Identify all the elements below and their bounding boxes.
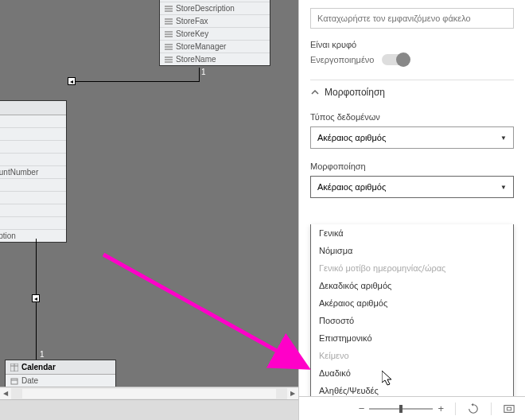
table-row: ductDescription [0,230,66,242]
cardinality-label: 1 [40,350,45,359]
field-icon [165,5,173,13]
table-row: d Name [0,115,66,128]
model-canvas[interactable]: Status StoreDescription StoreFax StoreKe… [0,0,298,420]
app-root: Status StoreDescription StoreFax StoreKe… [0,0,525,420]
field-icon [165,30,173,38]
scroll-track[interactable] [22,389,276,399]
chevron-down-icon: ▼ [500,134,507,142]
datatype-label: Τύπος δεδομένων [310,112,514,122]
dropdown-item[interactable]: Γενικά [311,224,513,242]
format-value: Ακέραιος αριθμός [317,182,386,192]
svg-rect-4 [165,8,173,10]
format-dropdown[interactable]: Γενικά Νόμισμα Γενικό μοτίβο ημερομηνίας… [310,224,514,396]
zoom-slider[interactable]: − + [359,402,444,414]
formatting-section-header[interactable]: Μορφοποίηση [310,80,514,104]
field-icon [165,18,173,25]
svg-rect-5 [165,10,173,12]
slider-track[interactable] [369,408,433,410]
dropdown-item: Κείμενο [311,347,513,364]
reset-zoom-icon[interactable] [467,402,480,415]
format-label: Μορφοποίηση [310,161,514,171]
hidden-toggle[interactable] [382,54,409,65]
table-title: Calendar [21,363,56,371]
hidden-toggle-row: Ενεργοποιημένο [310,54,514,65]
svg-rect-23 [504,405,514,412]
calendar-icon [10,377,18,385]
table-icon [10,364,18,371]
dropdown-item[interactable]: Ποσοστό [311,312,513,329]
table-header[interactable]: Calendar [6,360,115,375]
dropdown-item: Γενικό μοτίβο ημερομηνίας/ώρας [311,259,513,277]
table-row: tomerAccountNumber [0,166,66,179]
hidden-label: Είναι κρυφό [310,40,514,49]
svg-rect-17 [165,61,173,63]
dropdown-item[interactable]: Δυαδικό [311,364,513,382]
svg-rect-16 [165,59,173,60]
table-calendar[interactable]: Calendar Date [5,360,116,387]
svg-rect-7 [165,21,173,22]
hidden-state-text: Ενεργοποιημένο [310,55,374,64]
dropdown-item[interactable]: Αληθές/Ψευδές [311,382,513,396]
horizontal-scrollbar[interactable]: ◀ ▶ [0,387,298,399]
table-row: r [0,141,66,154]
zoom-out-icon[interactable]: − [359,402,365,414]
relationship-arrow-icon: ◂ [32,294,40,302]
table-row: erDate [0,204,66,217]
dropdown-item[interactable]: Επιστημονικό [311,329,513,347]
svg-rect-24 [507,407,511,410]
table-header[interactable] [0,101,66,115]
format-select[interactable]: Ακέραιος αριθμός ▼ [310,176,514,198]
table-row: intry [0,154,66,166]
slider-thumb[interactable] [399,405,402,413]
svg-rect-12 [165,44,173,45]
fit-to-screen-icon[interactable] [503,402,515,415]
table-row: StoreManager [160,41,270,53]
scroll-right-icon[interactable]: ▶ [287,388,298,399]
display-folder-input[interactable] [310,8,514,29]
table-row: Date [6,375,115,387]
separator [491,402,492,415]
svg-rect-14 [165,49,173,50]
dropdown-item[interactable]: Ακέραιος αριθμός [311,294,513,312]
table-row: StoreDescription [160,2,270,15]
table-product[interactable]: d Name gory r intry tomerAccountNumber i… [0,100,67,243]
cardinality-label: 1 [201,68,206,76]
properties-panel: Είναι κρυφό Ενεργοποιημένο Μορφοποίηση Τ… [298,0,525,420]
svg-rect-9 [165,31,173,33]
table-row: gory [0,128,66,141]
dropdown-item[interactable]: Νόμισμα [311,242,513,259]
svg-rect-8 [165,23,173,25]
datatype-select[interactable]: Ακέραιος αριθμός ▼ [310,126,514,149]
field-icon [165,56,173,64]
table-store[interactable]: Status StoreDescription StoreFax StoreKe… [159,0,270,66]
svg-rect-15 [165,56,173,58]
canvas-footer-strip [0,399,298,420]
svg-rect-13 [165,46,173,48]
chevron-down-icon: ▼ [500,184,507,191]
panel-body: Είναι κρυφό Ενεργοποιημένο Μορφοποίηση Τ… [299,0,525,396]
svg-rect-11 [165,36,173,37]
datatype-value: Ακέραιος αριθμός [317,133,386,142]
svg-rect-21 [11,379,18,384]
table-row: StoreName [160,53,270,65]
table-row: ufacturer [0,192,66,204]
section-title: Μορφοποίηση [325,87,385,98]
field-icon [165,43,173,51]
table-row: iID [0,179,66,192]
dropdown-item[interactable]: Δεκαδικός αριθμός [311,277,513,294]
relationship-arrow-icon: ◂ [68,77,76,85]
status-bar: − + [299,396,525,420]
chevron-up-icon [310,88,320,97]
svg-rect-10 [165,33,173,35]
separator [455,402,456,415]
relationship-line [72,81,199,82]
svg-rect-6 [165,18,173,20]
table-row: StoreKey [160,28,270,41]
scroll-left-icon[interactable]: ◀ [0,388,11,399]
svg-rect-3 [165,6,173,7]
display-folder-field [310,8,514,29]
relationship-line [199,68,200,82]
table-row: T [0,217,66,230]
zoom-in-icon[interactable]: + [438,402,444,414]
table-row: StoreFax [160,15,270,28]
